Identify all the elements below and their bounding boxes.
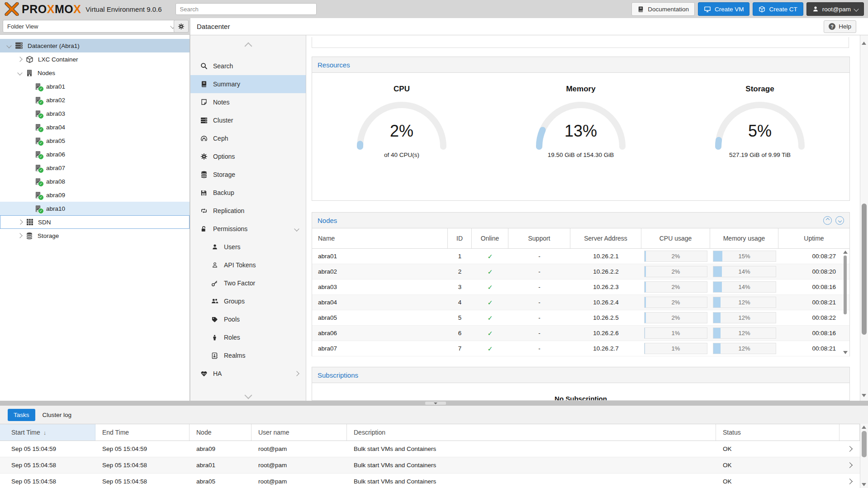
nav-scroll-up[interactable] (190, 35, 306, 57)
bottom-splitter[interactable] (0, 401, 868, 406)
scroll-up-arrow[interactable] (843, 251, 848, 254)
global-search-input[interactable] (175, 3, 317, 15)
tree-item-node-abra03[interactable]: ✓abra03 (0, 107, 190, 120)
nav-item-summary[interactable]: Summary (190, 75, 306, 93)
proxmox-logo: PROXMOX (4, 2, 81, 16)
nav-item-search[interactable]: Search (190, 57, 306, 75)
scroll-down-arrow[interactable] (862, 394, 866, 397)
nav-item-two-factor[interactable]: Two Factor (190, 274, 306, 292)
tree-item-node-abra05[interactable]: ✓abra05 (0, 134, 190, 147)
tree-item-lxc-container[interactable]: LXC Container (0, 52, 190, 66)
collapse-down-button[interactable] (835, 216, 844, 225)
column-header-end-time[interactable]: End Time (95, 424, 190, 441)
open-task-chevron[interactable] (840, 447, 860, 451)
task-row[interactable]: Sep 05 15:04:58 Sep 05 15:04:58 abra01 r… (0, 457, 868, 474)
column-header-id[interactable]: ID (448, 228, 472, 248)
nav-item-cluster[interactable]: Cluster (190, 111, 306, 129)
tab-cluster-log[interactable]: Cluster log (43, 412, 72, 418)
scroll-up-arrow[interactable] (862, 42, 866, 45)
nav-scroll-down[interactable] (190, 393, 306, 398)
node-row-abra04[interactable]: abra04 4 ✓ - 10.26.2.4 2% 12% 00:08:21 (312, 295, 849, 310)
tree-item-node-abra10[interactable]: ✓abra10 (0, 202, 190, 215)
nav-item-notes[interactable]: Notes (190, 93, 306, 111)
tree-item-node-abra02[interactable]: ✓abra02 (0, 93, 190, 107)
create-ct-button[interactable]: Create CT (753, 2, 803, 16)
tree-item-node-abra07[interactable]: ✓abra07 (0, 161, 190, 175)
tree-item-datacenter[interactable]: Datacenter (Abra1) (0, 39, 190, 52)
collapse-up-button[interactable] (823, 216, 832, 225)
caret-collapsed-icon[interactable] (17, 234, 23, 237)
nav-item-realms[interactable]: Realms (190, 346, 306, 365)
nav-item-storage[interactable]: Storage (190, 166, 306, 184)
splitter-handle[interactable] (425, 402, 446, 405)
nav-item-roles[interactable]: Roles (190, 328, 306, 346)
node-row-abra07[interactable]: abra07 7 ✓ - 10.26.2.7 1% 12% 00:08:21 (312, 341, 849, 356)
column-header-user-name[interactable]: User name (251, 424, 347, 441)
nav-item-backup[interactable]: Backup (190, 184, 306, 202)
open-task-chevron[interactable] (840, 479, 860, 483)
node-online-icon: ✓ (34, 164, 42, 172)
tree-item-node-abra04[interactable]: ✓abra04 (0, 120, 190, 134)
create-vm-button[interactable]: Create VM (698, 2, 750, 16)
nav-item-replication[interactable]: Replication (190, 202, 306, 220)
node-row-abra03[interactable]: abra03 3 ✓ - 10.26.2.3 2% 14% 00:08:16 (312, 280, 849, 295)
column-header-name[interactable]: Name (312, 228, 448, 248)
column-header-status[interactable]: Status (716, 424, 840, 441)
user-menu-button[interactable]: root@pam (806, 2, 864, 16)
nav-item-options[interactable]: Options (190, 147, 306, 166)
view-mode-select[interactable]: Folder View (3, 20, 179, 33)
nav-item-ceph[interactable]: Ceph (190, 129, 306, 147)
column-header-cpu-usage[interactable]: CPU usage (641, 228, 710, 248)
task-row[interactable]: Sep 05 15:04:58 Sep 05 15:04:58 abra05 r… (0, 474, 868, 488)
caret-collapsed-icon[interactable] (17, 57, 23, 61)
scroll-down-arrow[interactable] (843, 351, 848, 354)
node-row-abra05[interactable]: abra05 5 ✓ - 10.26.2.5 2% 12% 00:08:22 (312, 310, 849, 326)
caret-expanded-icon[interactable] (6, 44, 12, 47)
nav-item-permissions[interactable]: Permissions (190, 220, 306, 238)
tree-item-storage[interactable]: Storage (0, 229, 190, 242)
column-header-node[interactable]: Node (190, 424, 251, 441)
scrollbar-thumb[interactable] (862, 204, 867, 335)
column-header-online[interactable]: Online (472, 228, 508, 248)
help-button[interactable]: ? Help (824, 20, 856, 33)
nav-item-ha[interactable]: HA (190, 365, 306, 383)
nav-item-users[interactable]: Users (190, 238, 306, 256)
content-scrollbar[interactable] (860, 35, 868, 401)
scrollbar-thumb[interactable] (844, 256, 847, 314)
tree-item-node-abra06[interactable]: ✓abra06 (0, 147, 190, 161)
memory-usage-bar: 12% (713, 297, 776, 308)
column-header-uptime[interactable]: Uptime (778, 228, 849, 248)
column-header-start-time[interactable]: Start Time ↓ (0, 424, 95, 441)
tree-item-node-abra09[interactable]: ✓abra09 (0, 188, 190, 202)
tree-settings-button[interactable] (174, 20, 189, 33)
node-online-icon: ✓ (34, 83, 42, 90)
book-icon (637, 6, 644, 13)
tab-tasks[interactable]: Tasks (8, 409, 35, 421)
scroll-down-arrow[interactable] (862, 483, 866, 486)
documentation-button[interactable]: Documentation (631, 2, 695, 16)
tasks-scrollbar[interactable] (860, 424, 868, 488)
column-header-memory-usage[interactable]: Memory usage (710, 228, 778, 248)
caret-collapsed-icon[interactable] (18, 220, 23, 224)
column-header-server-address[interactable]: Server Address (570, 228, 641, 248)
open-task-chevron[interactable] (840, 463, 860, 467)
scroll-up-arrow[interactable] (862, 426, 866, 429)
column-header-support[interactable]: Support (508, 228, 570, 248)
nav-item-pools[interactable]: Pools (190, 310, 306, 328)
node-row-abra01[interactable]: abra01 1 ✓ - 10.26.2.1 2% 15% 00:08:27 (312, 249, 849, 264)
task-row[interactable]: Sep 05 15:04:59 Sep 05 15:04:59 abra09 r… (0, 441, 868, 457)
scrollbar-thumb[interactable] (862, 431, 867, 457)
caret-expanded-icon[interactable] (17, 71, 23, 75)
tree-item-nodes-group[interactable]: Nodes (0, 66, 190, 80)
tree-item-node-abra01[interactable]: ✓abra01 (0, 80, 190, 93)
node-row-abra06[interactable]: abra06 6 ✓ - 10.26.2.6 1% 12% 00:08:16 (312, 326, 849, 341)
column-header-description[interactable]: Description (347, 424, 716, 441)
node-online-icon: ✓ (34, 191, 42, 199)
nav-item-api-tokens[interactable]: API Tokens (190, 256, 306, 274)
tree-item-node-abra08[interactable]: ✓abra08 (0, 175, 190, 188)
nav-item-groups[interactable]: Groups (190, 292, 306, 310)
tree-item-sdn[interactable]: SDN (0, 215, 190, 229)
online-check-icon: ✓ (38, 127, 44, 133)
nodes-table-scrollbar[interactable] (842, 249, 849, 355)
node-row-abra02[interactable]: abra02 2 ✓ - 10.26.2.2 2% 14% 00:08:20 (312, 264, 849, 280)
